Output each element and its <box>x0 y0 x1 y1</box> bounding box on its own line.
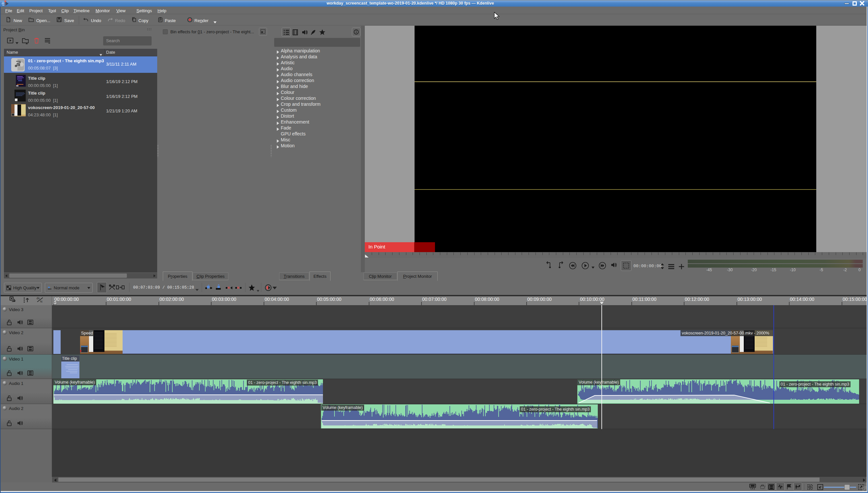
svg-text:00:15:00:00: 00:15:00:00 <box>843 297 867 302</box>
svg-text:00:07:00:00: 00:07:00:00 <box>422 297 447 302</box>
svg-text:00:08:00:00: 00:08:00:00 <box>475 297 499 302</box>
svg-text:00:13:00:00: 00:13:00:00 <box>738 297 762 302</box>
svg-text:00:01:00:00: 00:01:00:00 <box>107 297 131 302</box>
svg-text:00:06:00:00: 00:06:00:00 <box>370 297 394 302</box>
svg-text:00:04:00:00: 00:04:00:00 <box>265 297 289 302</box>
svg-text:00:10:00:00: 00:10:00:00 <box>580 297 604 302</box>
svg-text:00:03:00:00: 00:03:00:00 <box>212 297 236 302</box>
svg-text:00:09:00:00: 00:09:00:00 <box>527 297 552 302</box>
svg-text:00:02:00:00: 00:02:00:00 <box>159 297 184 302</box>
svg-text:00:14:00:00: 00:14:00:00 <box>790 297 814 302</box>
svg-text:00:12:00:00: 00:12:00:00 <box>685 297 709 302</box>
svg-text:00:11:00:00: 00:11:00:00 <box>632 297 656 302</box>
svg-text:00:00:00:00: 00:00:00:00 <box>55 297 79 302</box>
svg-text:00:05:00:00: 00:05:00:00 <box>317 297 341 302</box>
